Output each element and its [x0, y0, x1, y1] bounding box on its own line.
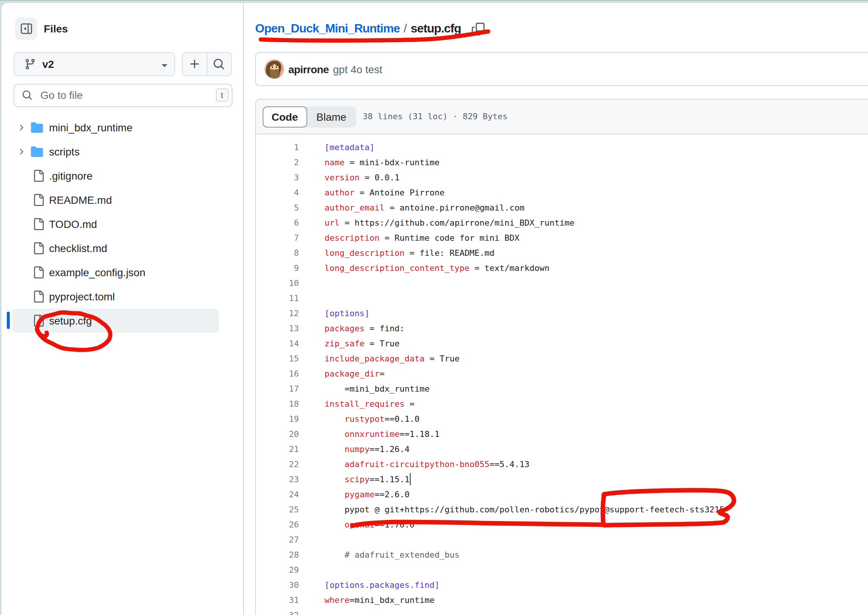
code-line-26: 26 openai==1.70.0	[256, 518, 868, 533]
line-number[interactable]: 21	[256, 442, 299, 457]
line-number[interactable]: 26	[256, 518, 299, 533]
tree-item-pyproject-toml[interactable]: pyproject.toml	[12, 284, 219, 308]
collapse-sidebar-button[interactable]	[15, 17, 37, 40]
line-number[interactable]: 32	[256, 608, 299, 615]
line-number[interactable]: 10	[256, 276, 299, 291]
line-number[interactable]: 19	[256, 412, 299, 427]
add-file-button[interactable]	[183, 53, 206, 75]
line-number[interactable]: 25	[256, 503, 299, 518]
line-source: long_description = file: README.md	[325, 246, 494, 261]
line-source: author = Antoine Pirrone	[325, 186, 445, 201]
file-icon	[33, 290, 45, 302]
breadcrumb: Open_Duck_Mini_Runtime / setup.cfg	[255, 20, 485, 37]
line-number[interactable]: 6	[256, 216, 299, 231]
tree-actions-group	[182, 52, 232, 76]
copy-path-icon[interactable]	[472, 22, 485, 35]
line-number[interactable]: 11	[256, 291, 299, 306]
line-number[interactable]: 20	[256, 427, 299, 442]
line-source: [options.packages.find]	[325, 578, 440, 593]
chevron-down-icon	[159, 59, 170, 71]
line-source: numpy==1.26.4	[325, 442, 409, 457]
commit-author[interactable]: apirrone	[288, 63, 329, 75]
code-line-32: 32	[256, 608, 868, 615]
line-number[interactable]: 15	[256, 352, 299, 367]
go-to-file-input[interactable]	[39, 89, 215, 102]
line-number[interactable]: 1	[256, 140, 299, 155]
go-to-file-box: t	[13, 83, 232, 107]
line-number[interactable]: 7	[256, 231, 299, 246]
line-number[interactable]: 5	[256, 201, 299, 216]
tree-item-label: scripts	[49, 145, 80, 157]
tree-item-todo-md[interactable]: TODO.md	[12, 212, 219, 236]
line-number[interactable]: 3	[256, 170, 299, 186]
branch-selector[interactable]: v2	[14, 52, 175, 76]
line-number[interactable]: 24	[256, 487, 299, 503]
breadcrumb-repo-link[interactable]: Open_Duck_Mini_Runtime	[255, 22, 400, 36]
sidebar-collapse-icon	[20, 22, 32, 34]
code-line-6: 6url = https://github.com/apirrone/mini_…	[256, 216, 868, 231]
code-line-4: 4author = Antoine Pirrone	[256, 186, 868, 201]
code-line-30: 30[options.packages.find]	[256, 578, 868, 593]
line-source: package_dir=	[325, 367, 384, 382]
active-file-indicator	[6, 311, 10, 329]
tree-item-checklist-md[interactable]: checklist.md	[12, 236, 219, 260]
line-source: adafruit-circuitpython-bno055==5.4.13	[325, 457, 529, 472]
tab-blame[interactable]: Blame	[307, 106, 356, 127]
line-number[interactable]: 30	[256, 578, 299, 593]
line-number[interactable]: 12	[256, 306, 299, 322]
code-line-15: 15include_package_data = True	[256, 352, 868, 367]
file-meta-info: 38 lines (31 loc) · 829 Bytes	[363, 112, 507, 122]
tree-item-scripts[interactable]: scripts	[12, 139, 219, 163]
line-number[interactable]: 9	[256, 261, 299, 276]
code-line-27: 27	[256, 533, 868, 548]
avatar[interactable]	[265, 59, 284, 78]
code-line-14: 14zip_safe = True	[256, 337, 868, 352]
line-source: [metadata]	[325, 140, 375, 155]
latest-commit-bar: apirrone gpt 4o test	[255, 52, 868, 86]
line-source: url = https://github.com/apirrone/mini_B…	[325, 216, 575, 231]
tab-code[interactable]: Code	[263, 106, 307, 127]
tree-item-readme-md[interactable]: README.md	[12, 187, 219, 212]
line-number[interactable]: 23	[256, 472, 299, 487]
code-line-13: 13packages = find:	[256, 322, 868, 337]
tree-item--gitignore[interactable]: .gitignore	[12, 163, 219, 187]
tree-item-example-config-json[interactable]: example_config.json	[12, 260, 219, 284]
line-number[interactable]: 13	[256, 322, 299, 337]
line-source: [options]	[325, 306, 370, 322]
line-number[interactable]: 4	[256, 186, 299, 201]
code-line-31: 31where=mini_bdx_runtime	[256, 593, 868, 608]
sidebar-divider[interactable]	[243, 3, 244, 615]
line-number[interactable]: 27	[256, 533, 299, 548]
tree-item-label: README.md	[49, 194, 112, 206]
line-source: # adafruit_extended_bus	[325, 548, 460, 563]
line-number[interactable]: 17	[256, 382, 299, 397]
chevron-right-icon[interactable]	[17, 147, 26, 156]
search-tree-button[interactable]	[206, 53, 231, 75]
line-number[interactable]: 28	[256, 548, 299, 563]
line-number[interactable]: 29	[256, 563, 299, 578]
code-line-5: 5author_email = antoine.pirrone@gmail.co…	[256, 201, 868, 216]
line-number[interactable]: 31	[256, 593, 299, 608]
line-number[interactable]: 16	[256, 367, 299, 382]
code-line-25: 25 pypot @ git+https://github.com/pollen…	[256, 503, 868, 518]
code-line-28: 28 # adafruit_extended_bus	[256, 548, 868, 563]
text-cursor	[409, 473, 410, 485]
code-line-11: 11	[256, 291, 868, 306]
tree-item-setup-cfg[interactable]: setup.cfg	[12, 308, 219, 332]
line-number[interactable]: 2	[256, 155, 299, 170]
line-number[interactable]: 14	[256, 337, 299, 352]
line-source: version = 0.0.1	[325, 170, 400, 186]
breadcrumb-file-name: setup.cfg	[411, 22, 461, 36]
folder-icon	[31, 145, 43, 157]
chevron-right-icon[interactable]	[17, 123, 26, 132]
line-source: onnxruntime==1.18.1	[325, 427, 440, 442]
line-number[interactable]: 22	[256, 457, 299, 472]
line-number[interactable]: 8	[256, 246, 299, 261]
tree-item-label: pyproject.toml	[49, 290, 115, 302]
commit-message[interactable]: gpt 4o test	[333, 63, 382, 75]
folder-icon	[31, 121, 43, 133]
search-icon	[22, 90, 32, 101]
line-source: description = Runtime code for mini BDX	[325, 231, 520, 246]
tree-item-mini-bdx-runtime[interactable]: mini_bdx_runtime	[12, 115, 219, 139]
line-number[interactable]: 18	[256, 397, 299, 412]
